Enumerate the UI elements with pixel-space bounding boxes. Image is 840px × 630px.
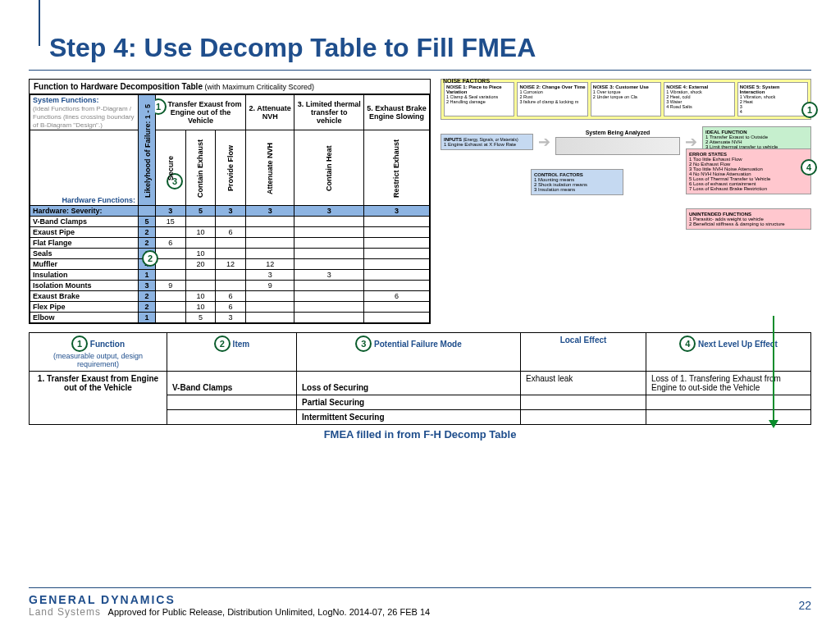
table-row: Exaust Brake21066 xyxy=(30,291,430,302)
logo-subtext: Land Systems xyxy=(29,606,101,618)
table-row: Elbow153 xyxy=(30,313,430,323)
footer: GENERAL DYNAMICS Land Systems Approved f… xyxy=(29,587,811,618)
likelihood-label: Likelyhood of Failure: 1 - 5 xyxy=(139,95,156,206)
table-row: Muffler4201212 xyxy=(30,259,430,270)
badge-4: 4 xyxy=(679,336,696,352)
col-3: 3. Limited thermal transfer to vehicle xyxy=(294,95,363,130)
sub-contain: Contain Exhaust xyxy=(185,130,216,206)
noise-factors: NOISE FACTORS NOISE 1: Piece to Piece Va… xyxy=(441,79,811,120)
error-states: ERROR STATES1 Too little Exhaust Flow 2 … xyxy=(686,148,811,194)
sys-func-note: (Ideal Functions from P-Diagram / Functi… xyxy=(33,105,135,129)
badge-2: 2 xyxy=(214,336,231,352)
sub-flow: Provide Flow xyxy=(216,130,246,206)
inputs-box: INPUTS (Energy, Signals, or Materials)1 … xyxy=(441,134,533,150)
sub-restrict: Restrict Exhaust xyxy=(363,130,429,206)
table-row: Seals210 xyxy=(30,249,430,259)
table-row: V-Band Clamps515 xyxy=(30,217,430,227)
badge-2: 2 xyxy=(142,250,158,267)
severity-row: Hardware: Severity: 353333 xyxy=(30,206,430,217)
badge-3: 3 xyxy=(355,336,372,352)
fmea-caption: FMEA filled in from F-H Decomp Table xyxy=(29,428,811,441)
table-row: 1. Transfer Exaust from Engine out of th… xyxy=(30,372,811,395)
unintended-functions: UNINTENDED FUNCTIONS1 Parasitic- adds we… xyxy=(686,208,811,230)
decomp-title: Function to Hardware Decomposition Table… xyxy=(30,80,430,94)
table-row: Insulation133 xyxy=(30,270,430,281)
col-4: 5. Exhaust Brake Engine Slowing xyxy=(363,95,429,130)
badge-1: 1 xyxy=(71,336,88,352)
logo-text: GENERAL DYNAMICS xyxy=(29,593,430,606)
accent-line xyxy=(39,0,40,46)
release-text: Approved for Public Release, Distributio… xyxy=(108,607,431,617)
divider xyxy=(29,70,811,71)
control-factors: CONTROL FACTORS1 Mounting means 2 Shock … xyxy=(531,169,623,195)
table-row: Isolation Mounts399 xyxy=(30,281,430,291)
sub-nvh: Attenuate NVH xyxy=(245,130,294,206)
badge-4: 4 xyxy=(801,159,817,176)
page-number: 22 xyxy=(798,599,811,612)
system-analyzed: System Being Analyzed xyxy=(555,130,680,155)
page-title: Step 4: Use Decomp Table to Fill FMEA xyxy=(49,33,811,63)
decomp-table: Function to Hardware Decomposition Table… xyxy=(29,79,431,324)
green-arrow xyxy=(773,316,774,427)
table-row: Flat Flange26 xyxy=(30,238,430,249)
fmea-table: 1 Function(measurable output, design req… xyxy=(29,332,811,425)
col-2: 2. Attenuate NVH xyxy=(245,95,294,130)
sys-func-label: System Functions: xyxy=(33,96,99,104)
arrow-icon: ➔ xyxy=(538,133,550,151)
col-1: 1. Transfer Exaust from Engine out of th… xyxy=(156,95,246,130)
table-row: Exaust Pipe2106 xyxy=(30,227,430,238)
badge-1: 1 xyxy=(801,102,818,118)
sub-heat: Contain Heat xyxy=(294,130,363,206)
sub-secure: Secure xyxy=(156,130,186,206)
table-row: Flex Pipe2106 xyxy=(30,302,430,313)
hw-func-label: Hardware Functions: xyxy=(30,130,139,206)
p-diagram: NOISE FACTORS NOISE 1: Piece to Piece Va… xyxy=(441,79,811,158)
